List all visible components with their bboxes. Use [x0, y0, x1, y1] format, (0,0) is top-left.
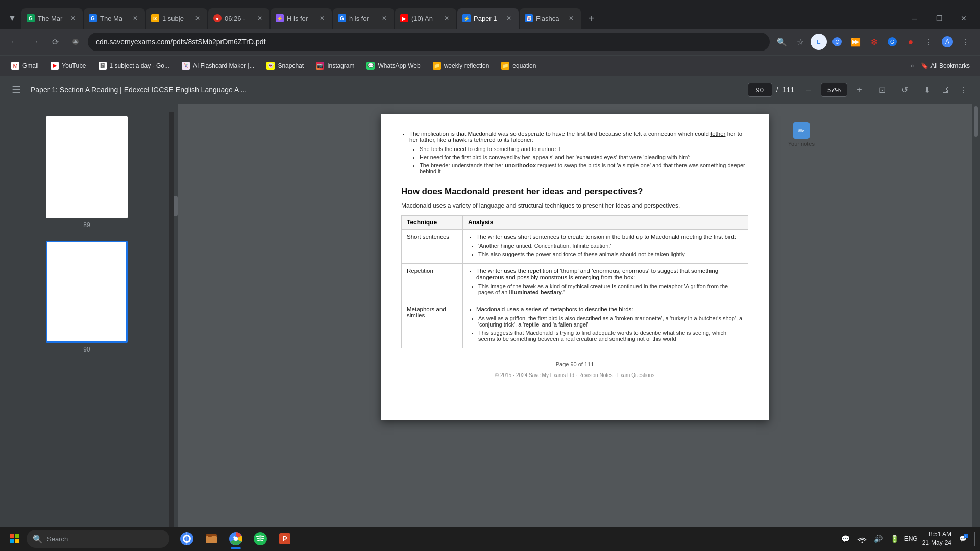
all-bookmarks-button[interactable]: 🔖 All Bookmarks: [917, 59, 974, 73]
taskbar-date: 21-May-24: [922, 539, 951, 547]
pdf-zoom-input[interactable]: [821, 83, 847, 97]
bookmark-equation[interactable]: 📁 equation: [496, 59, 541, 73]
tab-4[interactable]: ● 06:26 - ✕: [208, 8, 270, 29]
pdf-page-input[interactable]: [748, 83, 772, 97]
pdf-download-button[interactable]: ⬇: [919, 82, 935, 98]
bookmark-instagram-label: Instagram: [327, 62, 354, 69]
sidebar-scrollbar[interactable]: [174, 104, 178, 551]
reload-button[interactable]: ⟳: [47, 34, 63, 50]
tab-6-label: h is for: [349, 15, 369, 22]
back-button[interactable]: ←: [6, 34, 22, 50]
pdf-copyright: © 2015 - 2024 Save My Exams Ltd · Revisi…: [401, 368, 748, 378]
taskbar-clock[interactable]: 8:51 AM 21-May-24: [922, 530, 951, 547]
address-input[interactable]: [88, 33, 770, 51]
search-icon[interactable]: 🔍: [774, 34, 790, 50]
taskbar-time: 8:51 AM: [922, 530, 951, 539]
taskbar-app-chrome[interactable]: [225, 528, 247, 550]
more-options-button[interactable]: ⋮: [958, 34, 974, 50]
tab-6[interactable]: G h is for ✕: [333, 8, 394, 29]
zoom-out-button[interactable]: –: [800, 82, 817, 98]
bookmark-snapchat-label: Snapchat: [278, 62, 304, 69]
star-icon[interactable]: ☆: [792, 34, 808, 50]
tab-1[interactable]: G The Mar ✕: [21, 8, 83, 29]
taskbar-notification-button[interactable]: 💬 1: [955, 532, 970, 546]
tab-7-close[interactable]: ✕: [442, 14, 451, 23]
tab-3-close[interactable]: ✕: [193, 14, 202, 23]
bookmark-reflection-label: weekly reflection: [444, 62, 489, 69]
bookmark-ai[interactable]: 🃏 AI Flashcard Maker |...: [177, 59, 260, 73]
tab-8[interactable]: ⚡ Paper 1 ✕: [457, 8, 519, 29]
bookmark-snapchat[interactable]: 👻 Snapchat: [261, 59, 309, 73]
pdf-more-button[interactable]: ⋮: [955, 82, 972, 98]
bookmark-reflection[interactable]: 📁 weekly reflection: [428, 59, 495, 73]
taskbar-search[interactable]: 🔍 Search: [27, 530, 169, 548]
taskbar-app-spotify[interactable]: [249, 528, 272, 550]
pdf-print-button[interactable]: 🖨: [937, 82, 953, 98]
svg-text:C: C: [835, 39, 839, 45]
taskbar-search-text: Search: [47, 535, 68, 543]
fit-page-button[interactable]: ⊡: [874, 82, 890, 98]
pdf-page: ✏ Your notes The implication is that Mac…: [381, 114, 769, 420]
extension-icon-2[interactable]: C: [829, 34, 845, 50]
zoom-in-button[interactable]: +: [851, 82, 868, 98]
bookmarks-more-button[interactable]: » 🔖 All Bookmarks: [911, 59, 974, 73]
tab-6-close[interactable]: ✕: [380, 14, 389, 23]
svg-point-23: [234, 537, 238, 541]
tab-2-close[interactable]: ✕: [131, 14, 140, 23]
profile-icon[interactable]: A: [939, 34, 955, 50]
tab-3[interactable]: ✉ 1 subje ✕: [146, 8, 207, 29]
tab-5[interactable]: ⚡ H is for ✕: [271, 8, 332, 29]
extension-icon-4[interactable]: ❇: [866, 34, 882, 50]
pdf-menu-button[interactable]: ☰: [8, 82, 24, 98]
tab-7[interactable]: ▶ (10) An ✕: [395, 8, 456, 29]
taskbar-language-icon[interactable]: ENG: [904, 532, 918, 546]
svg-text:G: G: [890, 39, 894, 45]
new-tab-button[interactable]: +: [582, 9, 600, 28]
taskbar-network-icon[interactable]: [855, 532, 869, 546]
close-window-button[interactable]: ✕: [951, 8, 976, 29]
pdf-content-area[interactable]: ✏ Your notes The implication is that Mac…: [178, 104, 972, 551]
forward-button[interactable]: →: [27, 34, 43, 50]
rotate-button[interactable]: ↺: [896, 82, 913, 98]
tab-5-close[interactable]: ✕: [317, 14, 327, 23]
extensions-button[interactable]: ⋮: [921, 34, 937, 50]
tab-7-favicon: ▶: [400, 14, 408, 22]
tab-4-close[interactable]: ✕: [255, 14, 264, 23]
taskbar-chat-icon[interactable]: 💬: [839, 532, 853, 546]
bookmark-gmail[interactable]: M Gmail: [6, 59, 43, 73]
maximize-button[interactable]: ❐: [927, 8, 951, 29]
taskbar-sound-icon[interactable]: 🔊: [871, 532, 886, 546]
thumbnail-89[interactable]: 89: [42, 112, 132, 233]
tab-1-close[interactable]: ✕: [68, 14, 78, 23]
bookmark-subject[interactable]: 📓 1 subject a day - Go...: [93, 59, 175, 73]
bookmark-equation-favicon: 📁: [501, 62, 509, 70]
scroll-tabs-button[interactable]: ▼: [4, 10, 20, 27]
taskbar-app-browser[interactable]: [176, 528, 198, 550]
taskbar-app-powerpoint[interactable]: P: [274, 528, 296, 550]
sub-1a: 'Another hinge untied. Concentration. In…: [478, 243, 743, 249]
bookmark-gmail-favicon: M: [11, 62, 19, 70]
taskbar-show-desktop-button[interactable]: [974, 532, 976, 546]
bookmark-instagram[interactable]: 📷 Instagram: [311, 59, 359, 73]
tab-9[interactable]: 🃏 Flashca ✕: [520, 8, 581, 29]
your-notes-panel[interactable]: ✏ Your notes: [788, 122, 815, 147]
tab-8-close[interactable]: ✕: [504, 14, 513, 23]
extension-icon-6[interactable]: ●: [902, 34, 919, 50]
taskbar-battery-icon[interactable]: 🔋: [888, 532, 902, 546]
question-intro: Macdonald uses a variety of language and…: [401, 202, 748, 209]
minimize-button[interactable]: –: [902, 8, 927, 29]
tab-9-close[interactable]: ✕: [567, 14, 576, 23]
extension-icon-5[interactable]: G: [884, 34, 900, 50]
your-notes-label: Your notes: [788, 141, 815, 147]
bookmark-youtube[interactable]: ▶ YouTube: [45, 59, 91, 73]
tab-2[interactable]: G The Ma ✕: [84, 8, 145, 29]
extension-icon-3[interactable]: ⏩: [847, 34, 864, 50]
extension-icon-1[interactable]: E: [811, 34, 827, 50]
col-technique: Technique: [402, 216, 463, 230]
bullet-1: The implication is that Macdonald was so…: [409, 131, 748, 143]
thumbnail-90[interactable]: 90: [42, 237, 132, 357]
right-scrollbar[interactable]: [972, 104, 980, 551]
taskbar-app-files[interactable]: [200, 528, 223, 550]
bookmark-whatsapp[interactable]: 💬 WhatsApp Web: [361, 59, 425, 73]
start-button[interactable]: [4, 529, 24, 549]
